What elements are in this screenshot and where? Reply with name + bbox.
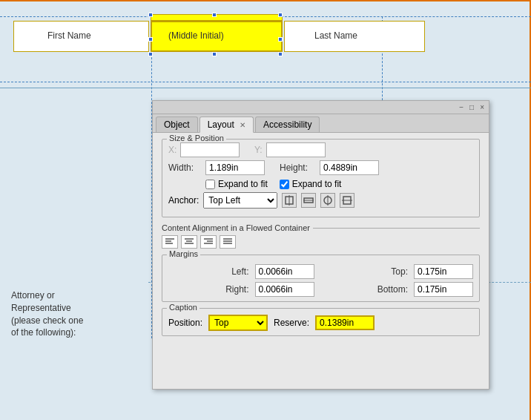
panel-titlebar: − □ × bbox=[153, 101, 489, 114]
bottom-margin-input[interactable] bbox=[414, 282, 473, 297]
anchor-btn-1[interactable] bbox=[282, 193, 297, 208]
last-name-field: Last Name bbox=[284, 21, 425, 52]
anchor-select[interactable]: Top Left Top Center Top Right Middle Lef… bbox=[203, 192, 277, 209]
content-alignment-line bbox=[313, 228, 480, 229]
selection-handle-tc bbox=[212, 13, 217, 17]
position-select[interactable]: Top Bottom Left Right bbox=[208, 315, 268, 331]
left-margin-input[interactable] bbox=[255, 264, 314, 279]
anchor-btn-3[interactable] bbox=[320, 193, 335, 208]
bottom-margin-label: Bottom: bbox=[320, 284, 409, 295]
selection-handle-ml bbox=[148, 37, 153, 42]
y-label: Y: bbox=[254, 145, 263, 155]
expand-width-item: Expand to fit bbox=[205, 179, 268, 189]
expand-width-checkbox[interactable] bbox=[205, 180, 215, 189]
anchor-btn-2[interactable] bbox=[301, 193, 316, 208]
middle-initial-top-handle bbox=[151, 14, 283, 21]
expand-checkboxes-row: Expand to fit Expand to fit bbox=[205, 179, 473, 189]
margins-group: Margins Left: Top: Right: Bottom: bbox=[162, 255, 480, 302]
first-name-label: First Name bbox=[47, 30, 91, 41]
selection-handle-tr bbox=[278, 13, 283, 17]
tab-layout-close[interactable]: ✕ bbox=[240, 121, 245, 129]
size-position-group: Size & Position X: Y: Width: Height: bbox=[162, 139, 480, 217]
content-alignment-section: Content Alignment in a Flowed Container bbox=[162, 223, 480, 249]
blue-dashed-bottom bbox=[0, 82, 531, 82]
xy-row: X: Y: bbox=[168, 142, 473, 157]
reserve-label: Reserve: bbox=[274, 318, 309, 328]
selection-handle-bc bbox=[212, 52, 217, 56]
content-alignment-label: Content Alignment in a Flowed Container bbox=[162, 223, 310, 232]
selection-handle-mr bbox=[278, 37, 283, 42]
attorney-label-area: Attorney orRepresentative(please check o… bbox=[11, 289, 145, 339]
expand-width-label: Expand to fit bbox=[218, 179, 268, 189]
anchor-btn-4[interactable] bbox=[340, 193, 354, 208]
expand-height-label: Expand to fit bbox=[292, 179, 342, 189]
width-label: Width: bbox=[168, 163, 205, 173]
orange-top-line bbox=[0, 0, 531, 1]
restore-button[interactable]: □ bbox=[468, 103, 475, 111]
middle-initial-field: (Middle Initial) bbox=[151, 21, 283, 52]
align-justify-icon[interactable] bbox=[220, 235, 236, 249]
size-position-label: Size & Position bbox=[167, 134, 226, 142]
caption-group: Caption Position: Top Bottom Left Right … bbox=[162, 308, 480, 336]
margins-label: Margins bbox=[167, 249, 200, 258]
selection-handle-tl bbox=[148, 13, 153, 17]
middle-initial-label: (Middle Initial) bbox=[168, 30, 224, 41]
width-height-row: Width: Height: bbox=[168, 160, 473, 175]
x-label: X: bbox=[168, 145, 177, 155]
align-top-left-icon[interactable] bbox=[162, 235, 178, 249]
width-input[interactable] bbox=[205, 160, 265, 175]
tab-layout[interactable]: Layout ✕ bbox=[199, 117, 254, 133]
selection-handle-br bbox=[278, 52, 283, 56]
expand-height-item: Expand to fit bbox=[280, 179, 342, 189]
anchor-row: Anchor: Top Left Top Center Top Right Mi… bbox=[168, 192, 473, 209]
panel-body: Size & Position X: Y: Width: Height: bbox=[153, 133, 489, 348]
blue-separator bbox=[0, 88, 531, 88]
top-margin-label: Top: bbox=[320, 266, 409, 277]
panel-tabs: Object Layout ✕ Accessibility bbox=[153, 114, 489, 133]
expand-height-checkbox[interactable] bbox=[280, 180, 289, 189]
margins-grid: Left: Top: Right: Bottom: bbox=[168, 264, 473, 297]
close-button[interactable]: × bbox=[478, 103, 486, 111]
tab-accessibility[interactable]: Accessibility bbox=[255, 117, 320, 132]
right-margin-label: Right: bbox=[168, 284, 249, 295]
caption-row: Position: Top Bottom Left Right Reserve: bbox=[168, 315, 473, 331]
position-label: Position: bbox=[168, 318, 202, 328]
y-input[interactable] bbox=[266, 142, 326, 157]
top-margin-input[interactable] bbox=[414, 264, 473, 279]
last-name-label: Last Name bbox=[314, 30, 357, 41]
alignment-icons bbox=[162, 235, 480, 249]
reserve-input[interactable] bbox=[315, 315, 375, 330]
layout-panel: − □ × Object Layout ✕ Accessibility Size… bbox=[152, 100, 489, 390]
left-margin-label: Left: bbox=[168, 266, 249, 277]
tab-object[interactable]: Object bbox=[156, 117, 198, 132]
x-input[interactable] bbox=[180, 142, 240, 157]
right-margin-input[interactable] bbox=[255, 282, 314, 297]
align-right-icon[interactable] bbox=[200, 235, 217, 249]
caption-label: Caption bbox=[167, 303, 199, 312]
first-name-field: First Name bbox=[13, 21, 149, 52]
height-input[interactable] bbox=[320, 160, 379, 175]
attorney-label: Attorney orRepresentative(please check o… bbox=[11, 290, 83, 338]
align-center-icon[interactable] bbox=[181, 235, 197, 249]
minimize-button[interactable]: − bbox=[458, 103, 465, 111]
selection-handle-bl bbox=[148, 52, 153, 56]
height-label: Height: bbox=[280, 163, 317, 173]
anchor-label: Anchor: bbox=[168, 195, 199, 206]
